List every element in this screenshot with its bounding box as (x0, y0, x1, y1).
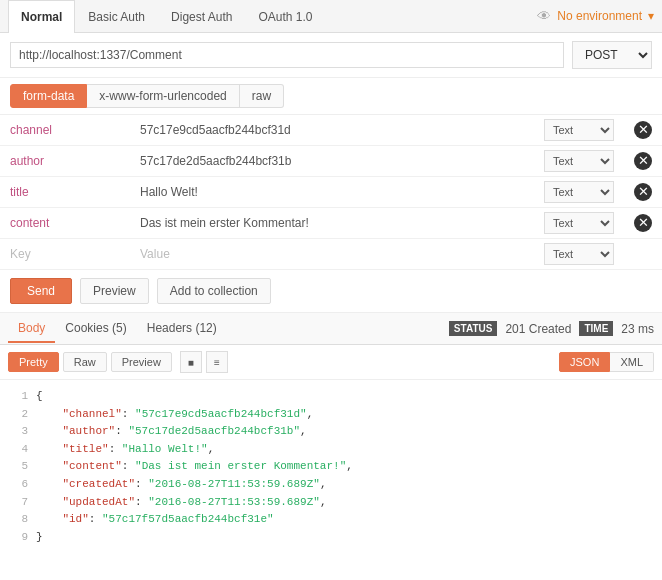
remove-btn-1[interactable]: ✕ (634, 152, 652, 170)
tab-urlencoded[interactable]: x-www-form-urlencoded (87, 84, 239, 108)
type-select-0[interactable]: Text File (544, 119, 614, 141)
fmt-tab-pretty[interactable]: Pretty (8, 352, 59, 372)
line-content: "id": "57c17f57d5aacfb244bcf31e" (36, 511, 274, 529)
method-select[interactable]: POST GET PUT DELETE (572, 41, 652, 69)
remove-btn-2[interactable]: ✕ (634, 183, 652, 201)
line-number: 5 (12, 458, 28, 476)
key-input-empty[interactable] (10, 247, 120, 261)
line-number: 9 (12, 529, 28, 547)
line-content: { (36, 388, 43, 406)
table-row: Text File ✕ (0, 115, 662, 146)
fmt-tab-preview[interactable]: Preview (111, 352, 172, 372)
line-content: "updatedAt": "2016-08-27T11:53:59.689Z", (36, 494, 326, 512)
tab-form-data[interactable]: form-data (10, 84, 87, 108)
tab-normal[interactable]: Normal (8, 0, 75, 33)
code-line: 1{ (12, 388, 650, 406)
type-select-1[interactable]: Text File (544, 150, 614, 172)
line-number: 7 (12, 494, 28, 512)
line-content: "createdAt": "2016-08-27T11:53:59.689Z", (36, 476, 326, 494)
remove-btn-3[interactable]: ✕ (634, 214, 652, 232)
url-input[interactable] (10, 42, 564, 68)
time-label: TIME (579, 321, 613, 336)
url-bar: POST GET PUT DELETE (0, 33, 662, 78)
key-input-2[interactable] (10, 185, 120, 199)
tab-oauth[interactable]: OAuth 1.0 (245, 0, 325, 33)
line-content: "title": "Hallo Welt!", (36, 441, 214, 459)
code-line: 5 "content": "Das ist mein erster Kommen… (12, 458, 650, 476)
value-input-empty[interactable] (140, 247, 524, 261)
code-line: 9} (12, 529, 650, 547)
preview-button[interactable]: Preview (80, 278, 149, 304)
code-line: 2 "channel": "57c17e9cd5aacfb244bcf31d", (12, 406, 650, 424)
line-number: 4 (12, 441, 28, 459)
resp-tab-headers[interactable]: Headers (12) (137, 315, 227, 343)
line-number: 8 (12, 511, 28, 529)
key-input-3[interactable] (10, 216, 120, 230)
key-input-1[interactable] (10, 154, 120, 168)
body-type-tabs: form-data x-www-form-urlencoded raw (0, 78, 662, 115)
value-input-2[interactable] (140, 185, 524, 199)
fmt-tab-raw[interactable]: Raw (63, 352, 107, 372)
line-number: 2 (12, 406, 28, 424)
code-line: 8 "id": "57c17f57d5aacfb244bcf31e" (12, 511, 650, 529)
env-label[interactable]: No environment (557, 9, 642, 23)
table-row: Text File ✕ (0, 208, 662, 239)
type-select-empty[interactable]: Text File (544, 243, 614, 265)
line-content: "content": "Das ist mein erster Kommenta… (36, 458, 353, 476)
type-select-2[interactable]: Text File (544, 181, 614, 203)
indent-icon[interactable]: ≡ (206, 351, 228, 373)
tab-basic-auth[interactable]: Basic Auth (75, 0, 158, 33)
tab-digest-auth[interactable]: Digest Auth (158, 0, 245, 33)
status-value: 201 Created (505, 322, 571, 336)
action-bar: Send Preview Add to collection (0, 270, 662, 313)
status-label: STATUS (449, 321, 498, 336)
value-input-1[interactable] (140, 154, 524, 168)
time-value: 23 ms (621, 322, 654, 336)
add-collection-button[interactable]: Add to collection (157, 278, 271, 304)
fmt-btn-group: JSON XML (559, 352, 654, 372)
status-section: STATUS 201 Created TIME 23 ms (449, 321, 654, 336)
tab-raw[interactable]: raw (240, 84, 284, 108)
line-content: "channel": "57c17e9cd5aacfb244bcf31d", (36, 406, 313, 424)
key-input-0[interactable] (10, 123, 120, 137)
empty-row: Text File (0, 239, 662, 270)
env-chevron-icon: ▾ (648, 9, 654, 23)
form-table: Text File ✕ Text File (0, 115, 662, 270)
value-input-3[interactable] (140, 216, 524, 230)
code-block: 1{2 "channel": "57c17e9cd5aacfb244bcf31d… (0, 380, 662, 554)
fmt-json[interactable]: JSON (559, 352, 610, 372)
resp-tab-body[interactable]: Body (8, 315, 55, 343)
format-tabs: Pretty Raw Preview ■ ≡ JSON XML (0, 345, 662, 380)
code-line: 6 "createdAt": "2016-08-27T11:53:59.689Z… (12, 476, 650, 494)
response-tabs: Body Cookies (5) Headers (12) STATUS 201… (0, 313, 662, 345)
line-content: } (36, 529, 43, 547)
fmt-xml[interactable]: XML (610, 352, 654, 372)
line-number: 6 (12, 476, 28, 494)
code-line: 3 "author": "57c17de2d5aacfb244bcf31b", (12, 423, 650, 441)
copy-icon[interactable]: ■ (180, 351, 202, 373)
remove-btn-0[interactable]: ✕ (634, 121, 652, 139)
eye-icon: 👁 (537, 8, 551, 24)
value-input-0[interactable] (140, 123, 524, 137)
table-row: Text File ✕ (0, 146, 662, 177)
line-number: 3 (12, 423, 28, 441)
top-nav: Normal Basic Auth Digest Auth OAuth 1.0 … (0, 0, 662, 33)
env-section: 👁 No environment ▾ (537, 8, 654, 24)
fmt-icons: ■ ≡ (180, 351, 228, 373)
line-number: 1 (12, 388, 28, 406)
code-line: 4 "title": "Hallo Welt!", (12, 441, 650, 459)
send-button[interactable]: Send (10, 278, 72, 304)
line-content: "author": "57c17de2d5aacfb244bcf31b", (36, 423, 307, 441)
form-table-wrap: Text File ✕ Text File (0, 115, 662, 270)
type-select-3[interactable]: Text File (544, 212, 614, 234)
resp-tab-cookies[interactable]: Cookies (5) (55, 315, 136, 343)
code-line: 7 "updatedAt": "2016-08-27T11:53:59.689Z… (12, 494, 650, 512)
table-row: Text File ✕ (0, 177, 662, 208)
